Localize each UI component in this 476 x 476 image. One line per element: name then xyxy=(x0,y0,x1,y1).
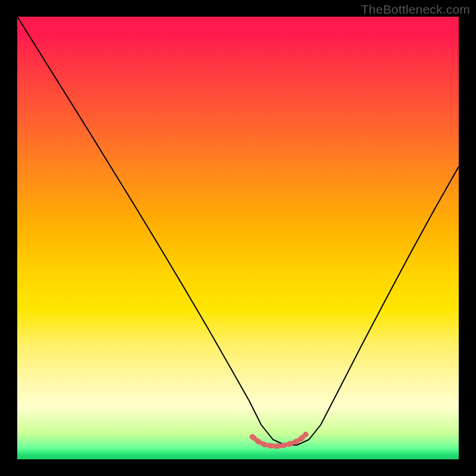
chart-frame: TheBottleneck.com xyxy=(0,0,476,476)
watermark-text: TheBottleneck.com xyxy=(361,2,470,17)
chart-plot-area xyxy=(17,17,459,459)
chart-svg xyxy=(17,17,459,459)
bottleneck-curve xyxy=(17,17,459,445)
